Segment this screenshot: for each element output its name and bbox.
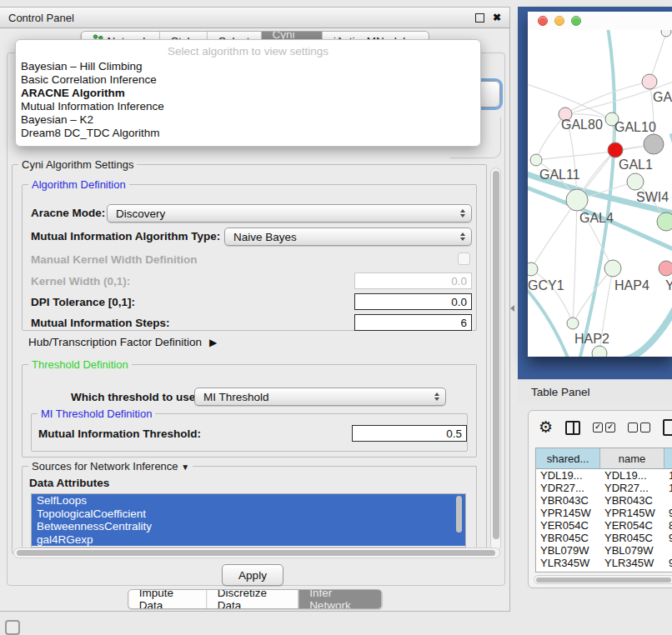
network-node-hap4[interactable] (604, 260, 621, 277)
network-canvas[interactable]: GALGAL80GAL10GAL1GAL11SWI4GAL4GCY1HAP4YH… (528, 30, 672, 357)
apply-button[interactable]: Apply (222, 564, 283, 586)
manual-kernel-label: Manual Kernel Width Definition (31, 253, 197, 266)
network-node[interactable] (644, 134, 664, 154)
attribute-gal4rgexp[interactable]: gal4RGexp (32, 533, 465, 547)
table-body: YDL19...YDL19...13YDR27...YDR27...12YBR0… (536, 469, 672, 572)
dpi-tolerance-label: DPI Tolerance [0,1]: (31, 296, 135, 308)
table-cell: YDR27... (600, 482, 664, 494)
algorithm-option-mutual-information-inference[interactable]: Mutual Information Inference (16, 100, 480, 113)
mi-threshold-field[interactable] (352, 425, 467, 442)
chevron-right-icon: ▶ (209, 337, 217, 348)
settings-vscroll-thumb[interactable] (493, 171, 499, 539)
table-row[interactable]: YDR27...YDR27...12 (536, 482, 672, 494)
split-columns-icon[interactable] (565, 421, 580, 435)
network-node[interactable] (592, 346, 607, 357)
table-cell: YLR345W (600, 557, 664, 569)
close-traffic-light-icon[interactable] (538, 16, 548, 26)
attribute-selfloops[interactable]: SelfLoops (32, 494, 465, 508)
settings-hscroll-thumb[interactable] (17, 550, 495, 556)
mi-threshold-label: Mutual Information Threshold: (38, 428, 201, 440)
algorithm-option-aracne-algorithm[interactable]: ARACNE Algorithm (16, 87, 480, 100)
dpi-tolerance-field[interactable] (354, 293, 472, 310)
bottom-tab-discretize-data[interactable]: Discretize Data (207, 590, 298, 608)
table-cell: YDL19... (600, 469, 664, 482)
threshold-definition-group: Threshold Definition Which threshold to … (22, 364, 477, 458)
node-label: GAL11 (539, 168, 580, 182)
aracne-mode-combo[interactable]: Discovery (107, 204, 472, 222)
mi-algorithm-type-combo[interactable]: Naive Bayes (224, 228, 472, 246)
table-row[interactable]: YDL19...YDL19...13 (536, 469, 672, 482)
column-header-name[interactable]: name (600, 448, 664, 468)
collapsed-panel-icon[interactable] (5, 620, 20, 635)
node-label: GAL80 (561, 118, 603, 132)
aracne-mode-label: Aracne Mode: (31, 207, 105, 219)
select-all-icon[interactable]: ✓ ✓ (593, 422, 615, 432)
network-node-y[interactable] (659, 261, 672, 276)
which-threshold-label: Which threshold to use: (71, 391, 199, 403)
table-cell: YBL079W (536, 544, 600, 557)
table-panel-titlebar: Table Panel (518, 379, 672, 404)
combo-stepper-icon (434, 392, 439, 401)
network-node[interactable] (661, 30, 671, 37)
table-row[interactable]: YPR145WYPR145W9. (536, 507, 672, 519)
settings-vertical-scrollbar (490, 168, 501, 551)
bottom-tab-infer-network[interactable]: Infer Network (298, 590, 381, 608)
table-row[interactable]: YER054CYER054C8. (536, 519, 672, 532)
network-node-gal4[interactable] (566, 189, 588, 211)
bottom-tab-impute-data[interactable]: Impute Data (128, 590, 207, 608)
zoom-traffic-light-icon[interactable] (571, 16, 581, 26)
sources-group: Sources for Network Inference ▼ Data Att… (22, 466, 477, 548)
algorithm-option-dream8-dc-tdc-algorithm[interactable]: Dream8 DC_TDC Algorithm (16, 127, 480, 140)
network-node[interactable] (608, 142, 623, 158)
network-node-gal1[interactable] (627, 173, 644, 190)
mi-threshold-group: MI Threshold Definition Mutual Informati… (31, 413, 468, 452)
network-node-swi4[interactable] (657, 212, 672, 231)
float-window-icon[interactable] (475, 13, 484, 22)
settings-group-title: Cyni Algorithm Settings (18, 158, 137, 171)
table-hscroll-thumb[interactable] (536, 578, 671, 582)
algorithm-definition-group: Algorithm Definition Aracne Mode: Discov… (22, 184, 477, 331)
data-attributes-list: SelfLoopsTopologicalCoefficientBetweenne… (31, 493, 466, 548)
table-cell: YBR043C (536, 494, 600, 507)
hub-tf-definition-toggle[interactable]: Hub/Transcription Factor Definition ▶ (28, 336, 217, 348)
column-header-shared[interactable]: shared... (536, 448, 600, 468)
attr-list-vscroll-thumb[interactable] (456, 496, 462, 532)
combo-stepper-icon (460, 232, 465, 241)
panel-splitter-arrow[interactable] (510, 305, 514, 312)
bottom-tabbar: Impute DataDiscretize DataInfer Network (128, 589, 383, 609)
settings-horizontal-scrollbar (13, 548, 500, 558)
attribute-topologicalcoefficient[interactable]: TopologicalCoefficient (32, 508, 465, 521)
network-node-gcy1[interactable] (528, 262, 538, 276)
table-row[interactable]: YBR043CYBR043C (536, 494, 672, 507)
node-label: GAL1 (619, 158, 653, 172)
algorithm-option-bayesian-k2[interactable]: Bayesian – K2 (16, 113, 480, 127)
mi-steps-label: Mutual Information Steps: (31, 317, 170, 329)
which-threshold-combo[interactable]: MI Threshold (194, 388, 446, 406)
table-horizontal-scrollbar (534, 575, 672, 584)
threshold-definition-title: Threshold Definition (28, 358, 132, 371)
network-node-hap2[interactable] (567, 318, 579, 329)
mi-type-value: Naive Bayes (233, 231, 297, 243)
network-node-gal[interactable] (642, 74, 657, 89)
mi-steps-field[interactable] (354, 314, 472, 331)
column-header-a[interactable]: A (664, 448, 672, 468)
checked-box-icon: ✓ (605, 422, 615, 432)
gear-icon[interactable]: ⚙ (539, 418, 553, 437)
table-row[interactable]: YBL079WYBL079W (536, 544, 672, 557)
table-row[interactable]: YIL052CYIL052C9. (536, 569, 672, 572)
table-header-row: shared...nameA (536, 448, 672, 469)
network-edge (531, 200, 577, 269)
attribute-betweennesscentrality[interactable]: BetweennessCentrality (32, 520, 465, 533)
algorithm-option-basic-correlation-inference[interactable]: Basic Correlation Inference (16, 73, 480, 87)
minimize-traffic-light-icon[interactable] (554, 16, 564, 26)
network-node-gal11[interactable] (530, 154, 542, 166)
chevron-down-icon[interactable]: ▼ (181, 462, 189, 472)
table-cell: 9. (664, 532, 672, 544)
new-document-icon[interactable] (663, 419, 672, 436)
deselect-all-icon[interactable] (628, 422, 650, 432)
table-cell: YPR145W (600, 507, 664, 519)
algorithm-option-bayesian-hill-climbing[interactable]: Bayesian – Hill Climbing (16, 60, 480, 73)
table-row[interactable]: YBR045CYBR045C9. (536, 532, 672, 544)
close-icon[interactable]: ✖ (493, 12, 501, 22)
table-row[interactable]: YLR345WYLR345W9. (536, 557, 672, 569)
